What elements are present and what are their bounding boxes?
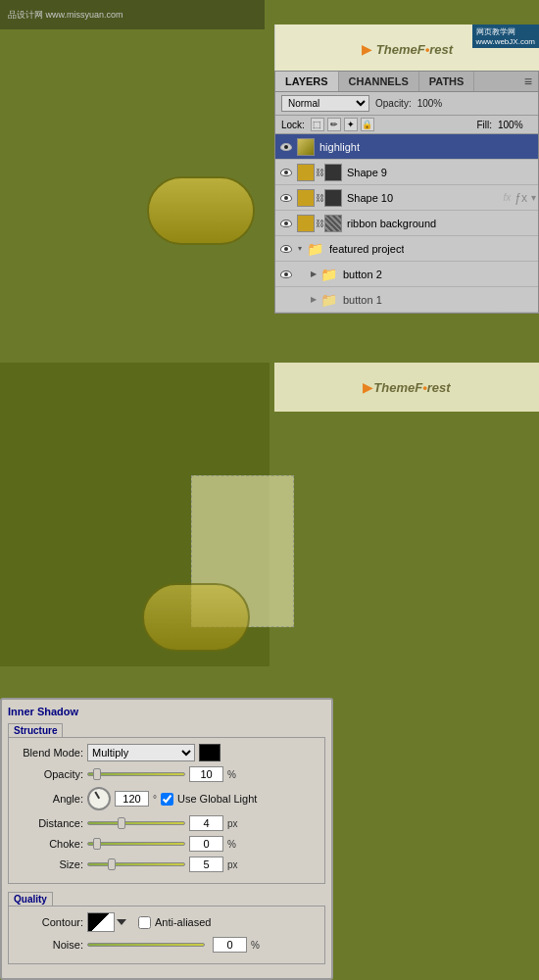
size-label: Size: [15, 858, 83, 870]
group-icon-button2: 📁 [320, 266, 338, 283]
distance-unit: px [227, 818, 238, 829]
chain-icon-shape9: ⛓ [316, 164, 323, 181]
choke-input[interactable]: 0 [189, 836, 223, 852]
thumb-group-shape10: ⛓ [297, 189, 342, 207]
layer-visibility-button2[interactable] [277, 266, 295, 283]
layer-row-shape9[interactable]: ⛓ Shape 9 [275, 160, 538, 185]
lock-transparent-icon[interactable]: ⬚ [311, 118, 324, 131]
distance-form-row: Distance: 4 px [15, 815, 318, 831]
blend-mode-row: Normal Opacity: 100% [275, 92, 538, 116]
layer-visibility-shape10[interactable] [277, 189, 295, 207]
chain-icon-ribbon-bg: ⛓ [316, 215, 323, 232]
contour-preview[interactable] [87, 912, 115, 932]
layer-row-shape10[interactable]: ⛓ Shape 10 fx ƒx ▾ [275, 185, 538, 211]
noise-slider[interactable] [87, 943, 205, 947]
layer-visibility-shape9[interactable] [277, 164, 295, 181]
layer-row-ribbon-bg[interactable]: ⛓ ribbon background [275, 211, 538, 236]
opacity-slider[interactable] [87, 772, 185, 776]
lock-pixels-icon[interactable]: ✏ [327, 118, 341, 131]
distance-label: Distance: [15, 817, 83, 829]
blend-mode-select[interactable]: Normal [281, 95, 369, 112]
contour-control [87, 912, 126, 932]
choke-slider[interactable] [87, 842, 185, 846]
blend-mode-form-row: Blend Mode: Multiply [15, 744, 318, 761]
tab-channels[interactable]: CHANNELS [339, 72, 419, 91]
eye-icon-shape10 [280, 194, 292, 202]
fx-icon-shape10: ƒx [514, 191, 527, 205]
watermark-middle: ▶ ThemeF•rest [274, 363, 539, 412]
size-slider-thumb[interactable] [108, 858, 116, 870]
size-slider[interactable] [87, 862, 185, 866]
blend-color-swatch[interactable] [199, 744, 220, 761]
group-expand-button1[interactable]: ▶ [309, 295, 318, 305]
angle-widget[interactable] [87, 787, 111, 810]
logo-text: 品设计网 www.missyuan.com [8, 9, 123, 22]
lock-icons: ⬚ ✏ ✦ 🔒 [311, 118, 374, 131]
layer-name-highlight: highlight [319, 141, 360, 153]
size-input[interactable]: 5 [189, 857, 223, 872]
lock-label: Lock: [281, 120, 305, 130]
distance-slider-thumb[interactable] [118, 817, 125, 829]
layer-visibility-ribbon-bg[interactable] [277, 215, 295, 232]
choke-unit: % [227, 839, 236, 850]
structure-section-box: Blend Mode: Multiply Opacity: 10 % Angle… [8, 737, 325, 884]
lock-all-icon[interactable]: 🔒 [361, 118, 374, 131]
contour-dropdown-arrow[interactable] [117, 919, 126, 925]
eye-icon-highlight [280, 143, 292, 151]
dialog-title: Inner Shadow [8, 706, 325, 717]
tf-text-mid: ThemeF•rest [373, 380, 450, 395]
opacity-input[interactable]: 10 [189, 766, 223, 782]
layers-panel: LAYERS CHANNELS PATHS ≡ Normal Opacity: … [274, 71, 539, 314]
opacity-slider-thumb[interactable] [93, 768, 101, 780]
layer-visibility-button1[interactable] [277, 291, 295, 309]
group-icon-button1: 📁 [320, 291, 338, 309]
group-expand-featured-project[interactable]: ▾ [295, 244, 305, 254]
layer-row-featured-project[interactable]: ▾ 📁 featured project [275, 236, 538, 262]
angle-input[interactable]: 120 [115, 791, 149, 807]
opacity-label: Opacity: [375, 98, 412, 109]
fx-badge-shape10: fx [504, 192, 515, 203]
layer-color-thumb-ribbon-bg [297, 215, 315, 232]
layer-name-button2: button 2 [343, 269, 382, 280]
group-expand-button2[interactable]: ▶ [309, 270, 318, 279]
layer-row-highlight[interactable]: highlight [275, 134, 538, 160]
distance-slider[interactable] [87, 821, 185, 825]
blend-mode-dropdown[interactable]: Multiply [87, 744, 195, 761]
noise-input[interactable]: 0 [213, 937, 247, 953]
blend-mode-label: Blend Mode: [15, 747, 83, 759]
opacity-unit: % [227, 769, 236, 780]
layer-name-button1: button 1 [343, 294, 382, 306]
group-icon-featured-project: 📁 [307, 240, 324, 258]
distance-input[interactable]: 4 [189, 815, 223, 831]
thumb-group-ribbon-bg: ⛓ [297, 215, 342, 232]
panel-menu-icon[interactable]: ≡ [518, 72, 538, 91]
tf-arrow-icon: ▶ [362, 41, 372, 57]
tab-layers[interactable]: LAYERS [275, 72, 339, 91]
contour-label: Contour: [15, 916, 83, 928]
noise-form-row: Noise: 0 % [15, 937, 318, 953]
layers-list: highlight ⛓ Shape 9 ⛓ Shape 10 [275, 134, 538, 313]
eye-icon-button2 [280, 270, 292, 278]
choke-slider-thumb[interactable] [93, 838, 101, 850]
layer-color-thumb-shape9 [297, 164, 315, 181]
opacity-value: 100% [417, 98, 452, 109]
layer-visibility-featured-project[interactable] [277, 240, 295, 258]
lock-row: Lock: ⬚ ✏ ✦ 🔒 Fill: 100% [275, 116, 538, 134]
tf-text-top: ThemeF•rest [376, 42, 453, 57]
layer-name-shape9: Shape 9 [347, 167, 387, 178]
thumb-group-shape9: ⛓ [297, 164, 342, 181]
layer-name-shape10: Shape 10 [347, 192, 393, 204]
lock-position-icon[interactable]: ✦ [344, 118, 358, 131]
layer-visibility-highlight[interactable] [277, 138, 295, 156]
eye-icon-ribbon-bg [280, 220, 292, 227]
layers-tabs: LAYERS CHANNELS PATHS ≡ [275, 72, 538, 92]
use-global-light-checkbox[interactable] [161, 793, 173, 806]
watermark-top: ▶ ThemeF•rest 网页教学网www.webJX.com [274, 24, 539, 74]
layer-row-button2[interactable]: ▶ 📁 button 2 [275, 262, 538, 287]
anti-aliased-checkbox[interactable] [138, 916, 151, 929]
layer-row-button1[interactable]: ▶ 📁 button 1 [275, 287, 538, 313]
tab-paths[interactable]: PATHS [419, 72, 475, 91]
eye-icon-shape9 [280, 169, 292, 176]
wj-badge: 网页教学网www.webJX.com [472, 24, 539, 48]
eye-icon-featured-project [280, 245, 292, 253]
